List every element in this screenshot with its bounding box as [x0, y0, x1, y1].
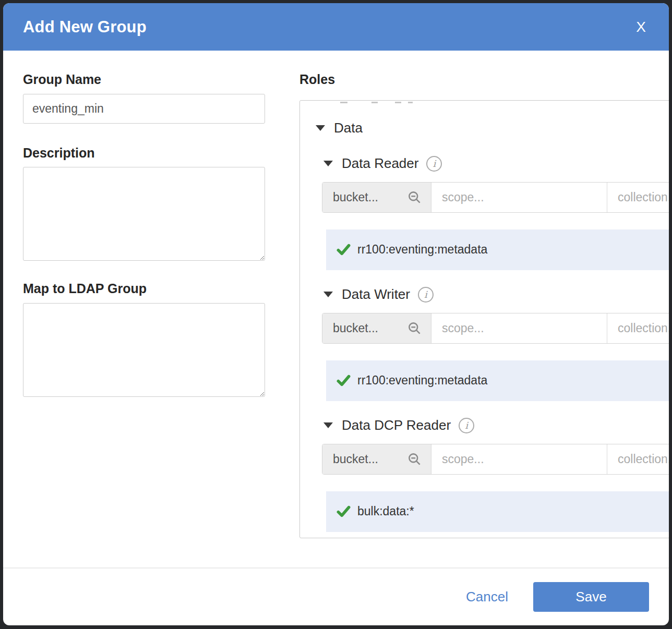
ldap-group-label: Map to LDAP Group: [23, 282, 265, 296]
collection-filter-input[interactable]: [607, 444, 669, 474]
role-header-data-reader[interactable]: Data Reader i: [323, 155, 669, 173]
add-group-dialog: Add New Group X Group Name Description M…: [3, 3, 669, 625]
check-icon: [337, 373, 351, 388]
group-name-label: Group Name: [23, 72, 265, 87]
bucket-filter-dropdown[interactable]: bucket...: [322, 313, 431, 343]
info-icon[interactable]: i: [418, 287, 434, 303]
selected-role-value: rr100:eventing:metadata: [357, 373, 487, 388]
form-column: Group Name Description Map to LDAP Group: [23, 72, 265, 567]
search-icon: [407, 321, 422, 335]
role-header-data-writer[interactable]: Data Writer i: [323, 286, 669, 304]
dialog-body: Group Name Description Map to LDAP Group…: [3, 51, 669, 567]
collection-filter-cell: [607, 313, 669, 343]
check-icon: [337, 504, 351, 518]
collapse-caret-icon[interactable]: [323, 292, 333, 297]
collection-filter-cell: [607, 444, 669, 474]
selected-role-row: rr100:eventing:metadata X: [326, 229, 669, 270]
collapse-caret-icon[interactable]: [323, 422, 333, 428]
dialog-header: Add New Group X: [3, 3, 669, 51]
ldap-group-textarea[interactable]: [23, 303, 265, 397]
collapse-caret-icon[interactable]: [323, 161, 333, 166]
role-filter-row: bucket...: [322, 444, 669, 475]
role-category-data[interactable]: Data: [316, 120, 669, 136]
cancel-button[interactable]: Cancel: [466, 589, 508, 605]
save-button[interactable]: Save: [533, 582, 649, 612]
close-button[interactable]: X: [636, 20, 646, 34]
role-header-data-dcp-reader[interactable]: Data DCP Reader i: [323, 417, 669, 434]
role-name: Data Writer: [342, 286, 410, 303]
role-filter-row: bucket...: [322, 313, 669, 344]
selected-role-row: rr100:eventing:metadata X: [326, 360, 669, 401]
search-icon: [407, 190, 422, 204]
close-icon: X: [636, 19, 646, 35]
bucket-filter-dropdown[interactable]: bucket...: [322, 183, 431, 212]
description-textarea[interactable]: [23, 167, 265, 261]
dialog-footer: Cancel Save: [3, 567, 669, 625]
info-icon[interactable]: i: [459, 418, 474, 433]
scope-filter-cell: [431, 183, 607, 212]
selected-role-value: rr100:eventing:metadata: [357, 243, 487, 257]
scope-filter-input[interactable]: [431, 313, 607, 343]
selected-role-value: bulk:data:*: [357, 504, 414, 518]
search-icon: [407, 452, 422, 466]
scope-filter-input[interactable]: [431, 444, 607, 474]
roles-scroll-panel[interactable]: Data Data Reader i bucket...: [299, 100, 669, 538]
role-name: Data DCP Reader: [342, 417, 451, 433]
description-label: Description: [23, 146, 265, 161]
collection-filter-input[interactable]: [607, 183, 669, 212]
role-name: Data Reader: [342, 155, 418, 172]
dialog-title: Add New Group: [23, 18, 147, 37]
collection-filter-input[interactable]: [607, 313, 669, 343]
collection-filter-cell: [607, 183, 669, 212]
check-icon: [337, 243, 351, 257]
role-category-label: Data: [334, 120, 363, 136]
scope-filter-cell: [431, 313, 607, 343]
group-name-input[interactable]: [23, 94, 265, 124]
collapse-caret-icon[interactable]: [316, 125, 325, 131]
roles-label: Roles: [299, 72, 669, 87]
info-icon[interactable]: i: [426, 156, 442, 172]
scope-filter-input[interactable]: [431, 183, 607, 212]
selected-role-row: bulk:data:* X: [326, 491, 669, 532]
role-filter-row: bucket...: [322, 182, 669, 213]
scope-filter-cell: [431, 444, 607, 474]
bucket-filter-dropdown[interactable]: bucket...: [322, 444, 431, 474]
roles-column: Roles Data Data Reader: [299, 72, 669, 567]
